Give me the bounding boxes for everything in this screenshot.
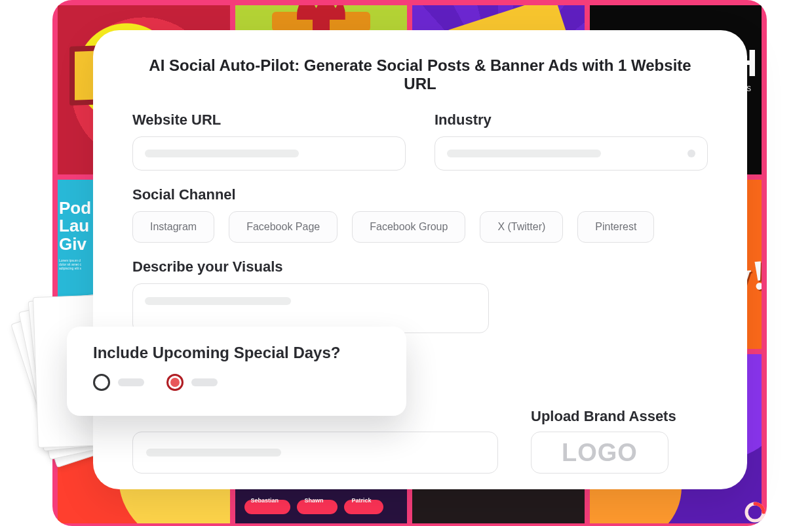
page-title: AI Social Auto-Pilot: Generate Social Po… <box>132 56 708 93</box>
special-days-radio-option-1[interactable] <box>93 374 144 391</box>
logo-placeholder-text: LOGO <box>562 439 638 467</box>
special-days-radio-option-2[interactable] <box>166 374 218 391</box>
special-days-popover: Include Upcoming Special Days? <box>67 327 406 416</box>
industry-label: Industry <box>435 111 708 129</box>
website-url-label: Website URL <box>132 111 406 129</box>
describe-visuals-textarea[interactable] <box>132 283 489 333</box>
social-channel-chip-instagram[interactable]: Instagram <box>132 211 214 243</box>
loading-spinner-icon <box>744 501 766 523</box>
upload-brand-assets-label: Upload Brand Assets <box>531 408 676 425</box>
chevron-down-icon <box>687 150 695 157</box>
upload-brand-assets-dropzone[interactable]: LOGO <box>531 432 668 474</box>
radio-label <box>191 378 218 386</box>
social-channel-chip-facebook-group[interactable]: Facebook Group <box>352 211 465 243</box>
radio-icon <box>93 374 110 391</box>
social-channel-chip-facebook-page[interactable]: Facebook Page <box>229 211 338 243</box>
social-channel-chip-x-twitter[interactable]: X (Twitter) <box>480 211 563 243</box>
social-channel-chip-pinterest[interactable]: Pinterest <box>577 211 654 243</box>
radio-icon <box>166 374 184 391</box>
radio-label <box>118 378 144 386</box>
special-days-title: Include Upcoming Special Days? <box>93 344 380 362</box>
social-channel-chip-group: Instagram Facebook Page Facebook Group X… <box>132 211 708 243</box>
website-url-input[interactable] <box>132 136 406 171</box>
describe-visuals-label: Describe your Visuals <box>132 258 708 275</box>
ai-autopilot-form-card: AI Social Auto-Pilot: Generate Social Po… <box>93 30 747 489</box>
industry-select[interactable] <box>435 136 708 171</box>
secondary-input[interactable] <box>132 432 498 474</box>
social-channel-label: Social Channel <box>132 186 708 203</box>
special-days-radio-group <box>93 374 380 391</box>
